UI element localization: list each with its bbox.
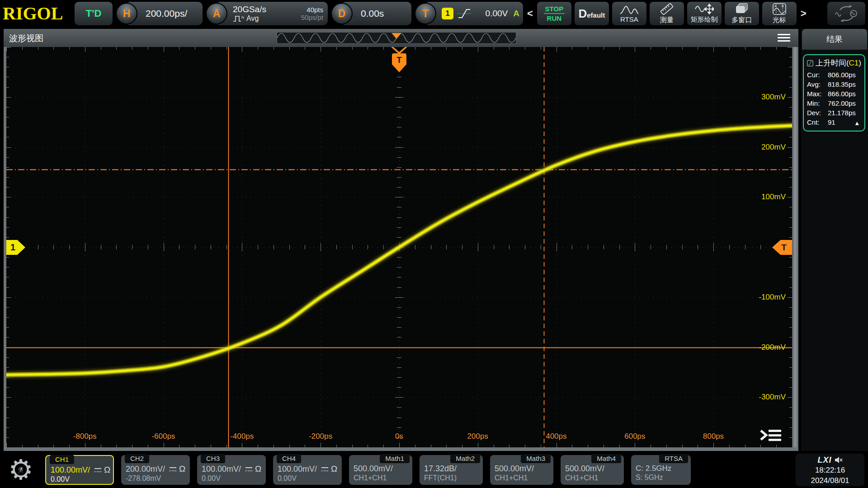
- view-swap-button[interactable]: [827, 2, 865, 25]
- sample-rate-value: 20GSa/s: [233, 5, 297, 14]
- ch2-offset: -278.08mV: [126, 474, 190, 483]
- waveform-grid[interactable]: -800ps-600ps-400ps-200ps0s200ps400ps600p…: [6, 47, 792, 447]
- collapse-card-arrow-icon[interactable]: ▲: [854, 120, 860, 127]
- math-card-math2[interactable]: Math2 17.32dB/ FFT(CH1): [420, 455, 483, 485]
- y-axis-label: 300mV: [761, 92, 786, 101]
- grid-expand-menu-icon[interactable]: [759, 427, 783, 443]
- trigger-knob[interactable]: T: [415, 3, 436, 24]
- ch2-tab[interactable]: CH2: [125, 454, 149, 463]
- trigger-slope-icon: [457, 8, 472, 19]
- delay-knob[interactable]: D: [331, 3, 353, 24]
- default-button[interactable]: Default: [575, 2, 609, 25]
- run-stop-button[interactable]: STOP RUN: [537, 2, 571, 25]
- trigger-status-indicator[interactable]: T'D: [75, 2, 113, 25]
- channel-card-ch4[interactable]: CH4 100.00mV/Ω 0.00V: [273, 455, 342, 485]
- delay-group[interactable]: D 0.00s: [331, 2, 411, 25]
- acquire-knob[interactable]: A: [206, 3, 227, 24]
- math1-expression: CH1+CH1: [354, 474, 412, 482]
- results-panel-title[interactable]: 结果: [802, 29, 867, 50]
- ch3-scale: 100.00mV/: [202, 465, 241, 474]
- ch1-offset: 0.00V: [51, 475, 113, 483]
- ch4-impedance: Ω: [331, 464, 337, 474]
- measure-button[interactable]: 测量: [650, 2, 684, 25]
- ch4-dc-coupling-icon: [321, 467, 328, 471]
- ch3-tab[interactable]: CH3: [201, 454, 225, 463]
- timebase-overview-strip[interactable]: [277, 32, 516, 44]
- run-stop-divider: [544, 13, 565, 14]
- channel-card-ch3[interactable]: CH3 100.00mV/Ω 0.00V: [197, 455, 266, 485]
- measurement-card[interactable]: 上升时间(C1) Cur:806.00ps Avg:818.35ps Max:8…: [803, 54, 865, 131]
- lxi-logo: LXI: [817, 455, 831, 465]
- clock-date: 2024/08/01: [796, 475, 864, 486]
- math-card-math3[interactable]: Math3 500.00mV/ CH1+CH1: [490, 455, 553, 485]
- rect-draw-button[interactable]: 矩形绘制: [687, 2, 722, 25]
- ch2-impedance: Ω: [179, 464, 185, 474]
- ch3-dc-coupling-icon: [245, 467, 252, 471]
- system-gear-button[interactable]: ⚙ R: [4, 453, 38, 487]
- multi-window-label: 多窗口: [731, 16, 752, 24]
- waveform-window-header[interactable]: 波形视图: [4, 29, 798, 47]
- rtsa-tab[interactable]: RTSA: [659, 454, 688, 463]
- rigol-logo: RIGOL: [3, 1, 71, 26]
- default-rest: efault: [587, 11, 605, 19]
- acquire-mode-label: Avg: [246, 14, 259, 23]
- overview-trigger-position-icon[interactable]: [392, 33, 401, 39]
- default-initial: D: [578, 7, 587, 20]
- waveform-canvas: [6, 47, 792, 447]
- time-resolution-value: 50ps/pt: [301, 14, 323, 21]
- horizontal-scale-value: 200.00ps/: [143, 8, 187, 19]
- y-axis-label: -100mV: [759, 292, 786, 301]
- window-splitter[interactable]: [792, 47, 798, 447]
- window-title: 波形视图: [9, 33, 43, 44]
- math2-tab[interactable]: Math2: [450, 454, 480, 463]
- math3-tab[interactable]: Math3: [521, 454, 551, 463]
- ch1-scale: 100.00mV/: [51, 465, 90, 475]
- multi-window-button[interactable]: 多窗口: [725, 2, 759, 25]
- ch1-dc-coupling-icon: [94, 468, 101, 472]
- trigger-source-badge[interactable]: 1: [442, 8, 453, 19]
- delay-value: 0.00s: [358, 8, 384, 19]
- math2-scale: 17.32dB/: [424, 464, 457, 474]
- ch4-tab[interactable]: CH4: [277, 454, 301, 463]
- math2-expression: FFT(CH1): [424, 474, 483, 482]
- view-swap-icon: [834, 5, 859, 23]
- ch2-scale: 200.00mV/: [126, 465, 165, 474]
- horizontal-group[interactable]: H 200.00ps/: [116, 2, 203, 25]
- math1-tab[interactable]: Math1: [380, 454, 410, 463]
- rtsa-card[interactable]: RTSA C: 2.5GHz S: 5GHz: [631, 455, 691, 485]
- trigger-group[interactable]: T 1 0.00V A: [415, 2, 523, 25]
- ch3-offset: 0.00V: [202, 474, 266, 483]
- toolbar-more-chevron[interactable]: >: [800, 8, 807, 19]
- y-axis-label: -300mV: [759, 393, 786, 402]
- measurement-row-dev: Dev:21.178ps: [807, 108, 861, 117]
- toolbar-collapse-chevron[interactable]: <: [526, 8, 534, 19]
- math-card-math1[interactable]: Math1 500.00mV/ CH1+CH1: [349, 455, 412, 485]
- clock-time: 18:22:16: [796, 465, 864, 475]
- window-menu-icon[interactable]: [778, 34, 790, 43]
- channel-card-ch1[interactable]: CH1 100.00mV/Ω 0.00V: [45, 455, 114, 485]
- x-axis-label: 200ps: [467, 432, 488, 441]
- math4-tab[interactable]: Math4: [591, 454, 621, 463]
- ch3-impedance: Ω: [255, 464, 261, 474]
- measurement-row-min: Min:762.00ps: [807, 99, 861, 108]
- horizontal-knob[interactable]: H: [116, 3, 137, 24]
- acquire-group[interactable]: A 20GSa/s N Avg 40pts 50ps/pt: [206, 2, 328, 25]
- x-axis-label: -200ps: [309, 432, 332, 441]
- cursor-icon: A B: [773, 3, 786, 15]
- ch1-impedance: Ω: [104, 465, 110, 475]
- channel-card-ch2[interactable]: CH2 200.00mV/Ω -278.08mV: [121, 455, 190, 485]
- rtsa-center-freq: C: 2.5GHz: [636, 464, 691, 473]
- rtsa-span: S: 5GHz: [636, 474, 691, 482]
- trigger-position-triangle-hollow: [393, 47, 405, 52]
- ruler-icon: [660, 3, 674, 15]
- math-card-math4[interactable]: Math4 500.00mV/ CH1+CH1: [561, 455, 624, 485]
- measurement-row-cur: Cur:806.00ps: [807, 70, 861, 80]
- system-status-block[interactable]: LXI 18:22:16 2024/08/01: [796, 454, 864, 486]
- rect-draw-label: 矩形绘制: [691, 15, 718, 24]
- memory-depth-value: 40pts: [301, 6, 323, 14]
- ch1-tab[interactable]: CH1: [50, 455, 74, 464]
- cursor-button[interactable]: A B 光标: [762, 2, 797, 25]
- y-axis-label: -200mV: [759, 343, 786, 352]
- rtsa-button[interactable]: RTSA: [612, 2, 646, 25]
- speaker-muted-icon: [835, 456, 843, 464]
